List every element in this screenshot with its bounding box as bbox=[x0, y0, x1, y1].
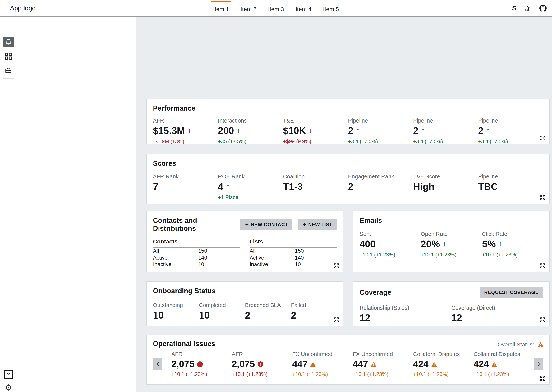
expand-icon[interactable] bbox=[540, 135, 545, 141]
apps-grid-icon[interactable] bbox=[3, 51, 14, 62]
metric-fx-unconfirmed-2: FX Unconfirmed 447 +10.1 (+1.23%) bbox=[353, 351, 413, 377]
card-title: Operational Issues bbox=[153, 340, 543, 348]
metric-label: Coalition bbox=[283, 173, 348, 180]
metric-value: 447 bbox=[292, 359, 308, 369]
metric-delta: +10.1 (+1.23%) bbox=[474, 371, 534, 377]
overall-status-label: Overall Status: bbox=[498, 342, 534, 348]
main-nav: Item 1 Item 2 Item 3 Item 4 Item 5 bbox=[212, 0, 340, 16]
metric-label: Coverage (Direct) bbox=[451, 305, 543, 311]
metric-breached-sla: Breached SLA 2 bbox=[245, 302, 291, 321]
card-title: Onboarding Status bbox=[153, 287, 337, 295]
notifications-bell-icon[interactable] bbox=[3, 37, 14, 48]
new-list-button[interactable]: +NEW LIST bbox=[298, 219, 337, 230]
stackoverflow-icon[interactable] bbox=[524, 5, 531, 12]
metric-label: Breached SLA bbox=[245, 302, 291, 308]
metric-delta: +3.4 (17.5%) bbox=[478, 138, 543, 144]
metric-label: FX Unconfirmed bbox=[292, 351, 353, 357]
down-arrow-icon: ↓ bbox=[309, 127, 312, 135]
metric-coverage-direct: Coverage (Direct) 12 bbox=[451, 305, 543, 323]
s-logo-icon[interactable]: S bbox=[512, 4, 516, 12]
metric-delta: +10.1 (+1.23%) bbox=[421, 252, 482, 258]
github-icon[interactable] bbox=[539, 5, 547, 12]
performance-card: Performance AFR $15.3M↓ -$1.9M (13%) Int… bbox=[146, 99, 550, 144]
metric-label: Pipeline bbox=[348, 118, 413, 124]
table-row: Active140 bbox=[250, 254, 337, 261]
metric-afr: AFR $15.3M↓ -$1.9M (13%) bbox=[153, 118, 218, 144]
metric-pipeline-score: Pipeline TBC bbox=[478, 173, 543, 200]
expand-icon[interactable] bbox=[334, 263, 339, 269]
nav-item-1[interactable]: Item 1 bbox=[212, 0, 230, 16]
metric-label: FX Unconfirmed bbox=[353, 351, 413, 357]
metric-delta: +10.1 (+1.23%) bbox=[292, 371, 353, 377]
help-icon[interactable]: ? bbox=[3, 369, 14, 380]
metric-label: Sent bbox=[360, 231, 421, 237]
scores-card: Scores AFR Rank 7 ROE Rank 4↑ +1 Place C… bbox=[146, 154, 550, 204]
table-row: All150 bbox=[153, 248, 240, 254]
metric-value: High bbox=[413, 182, 434, 192]
metric-value: T1-3 bbox=[283, 182, 303, 192]
settings-gear-icon[interactable]: ⚙ bbox=[3, 382, 14, 392]
expand-icon[interactable] bbox=[540, 317, 545, 323]
metric-delta: -$1.9M (13%) bbox=[153, 138, 218, 144]
card-title: Scores bbox=[153, 160, 543, 168]
left-sidebar: ? ⚙ bbox=[0, 17, 136, 392]
metric-value: 2 bbox=[348, 126, 353, 136]
metric-label: ROE Rank bbox=[218, 173, 283, 180]
navbar-right-icons: S bbox=[512, 0, 547, 16]
metric-delta: +10.1 (+1.23%) bbox=[413, 371, 473, 377]
table-header: Lists bbox=[250, 238, 337, 248]
metric-afr-rank: AFR Rank 7 bbox=[153, 173, 218, 200]
metric-roe-rank: ROE Rank 4↑ +1 Place bbox=[218, 173, 283, 200]
metric-label: Collateral Disputes bbox=[474, 351, 534, 357]
expand-icon[interactable] bbox=[540, 376, 545, 381]
plus-icon: + bbox=[245, 221, 249, 228]
top-navbar: App logo Item 1 Item 2 Item 3 Item 4 Ite… bbox=[0, 0, 552, 17]
metric-delta: +3.4 (17.5%) bbox=[348, 138, 413, 144]
request-coverage-button[interactable]: REQUEST COVERAGE bbox=[479, 287, 543, 298]
metric-delta: +1 Place bbox=[218, 194, 283, 200]
card-title: Performance bbox=[153, 105, 543, 112]
operational-issues-card: Operational Issues Overall Status: AFR 2… bbox=[146, 335, 550, 385]
expand-icon[interactable] bbox=[540, 195, 545, 201]
metric-delta: +$99 (9.9%) bbox=[283, 138, 348, 144]
up-arrow-icon: ↑ bbox=[378, 240, 382, 248]
metric-delta: +10.1 (+1.23%) bbox=[171, 371, 232, 377]
metric-label: Open Rate bbox=[421, 231, 482, 237]
nav-item-5[interactable]: Item 5 bbox=[322, 0, 340, 16]
metric-value: $15.3M bbox=[153, 126, 185, 136]
new-contact-button[interactable]: +NEW CONTACT bbox=[240, 219, 293, 230]
metric-open-rate: Open Rate 20%↑ +10.1 (+1.23%) bbox=[421, 231, 482, 258]
onboarding-status-card: Onboarding Status Outstanding 10 Complet… bbox=[146, 281, 343, 326]
table-row: All150 bbox=[250, 248, 337, 254]
nav-item-2[interactable]: Item 2 bbox=[240, 0, 258, 16]
metric-value: 200 bbox=[218, 126, 234, 136]
metric-collateral-disputes-1: Collateral Disputes 424 +10.1 (+1.23%) bbox=[413, 351, 473, 377]
metric-engagement-rank: Engagement Rank 2 bbox=[348, 173, 413, 200]
metric-label: AFR bbox=[232, 351, 292, 357]
emails-card: Emails Sent 400↑ +10.1 (+1.23%) Open Rat… bbox=[353, 211, 550, 272]
table-header: Contacts bbox=[153, 238, 240, 248]
expand-icon[interactable] bbox=[540, 263, 545, 269]
metric-value: 10 bbox=[199, 310, 210, 321]
carousel-prev-button[interactable] bbox=[153, 358, 162, 370]
expand-icon[interactable] bbox=[334, 317, 339, 323]
warning-triangle-icon bbox=[310, 362, 316, 367]
metric-value: 2 bbox=[478, 126, 484, 136]
metric-outstanding: Outstanding 10 bbox=[153, 302, 199, 321]
card-title: Coverage bbox=[360, 288, 479, 296]
metric-te: T&E $10K↓ +$99 (9.9%) bbox=[283, 118, 348, 144]
metric-afr-issues-1: AFR 2,075 +10.1 (+1.23%) bbox=[171, 351, 232, 377]
metric-pipeline-3: Pipeline 2↑ +3.4 (17.5%) bbox=[478, 118, 543, 144]
nav-item-3[interactable]: Item 3 bbox=[267, 0, 285, 16]
briefcase-icon[interactable] bbox=[3, 65, 14, 76]
metric-label: Engagement Rank bbox=[348, 173, 413, 180]
metric-pipeline-1: Pipeline 2↑ +3.4 (17.5%) bbox=[348, 118, 413, 144]
warning-triangle-icon bbox=[431, 362, 437, 367]
metric-delta: +10.1 (+1.23%) bbox=[232, 371, 292, 377]
carousel-next-button[interactable] bbox=[534, 358, 543, 370]
metric-value: 447 bbox=[353, 359, 368, 369]
metric-label: Relationship (Sales) bbox=[360, 305, 451, 311]
up-arrow-icon: ↑ bbox=[356, 127, 360, 135]
nav-item-4[interactable]: Item 4 bbox=[294, 0, 312, 16]
lists-table: Lists All150 Active140 Inactive10 bbox=[250, 238, 337, 268]
